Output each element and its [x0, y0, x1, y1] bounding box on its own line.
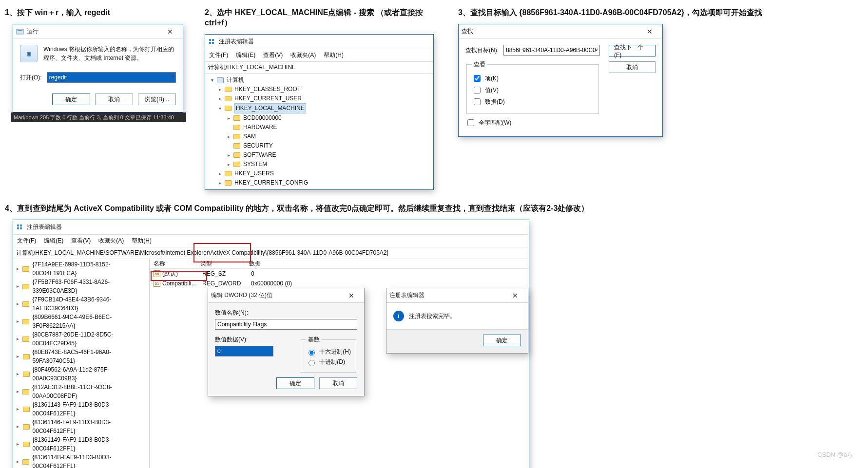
twisty-icon[interactable]: ▸ — [217, 169, 223, 178]
twisty-icon[interactable]: ▸ — [217, 94, 223, 103]
radio-dec-label: 十进制(D) — [319, 358, 345, 366]
tree-node-selected[interactable]: HKEY_LOCAL_MACHINE — [234, 103, 306, 113]
menu-view[interactable]: 查看(V) — [71, 237, 91, 245]
pc-icon — [217, 77, 224, 83]
tree-node[interactable]: ▸{7F5B7F63-F06F-4331-8A26-339E03C0AE3D} — [15, 278, 149, 295]
cancel-button[interactable]: 取消 — [95, 94, 133, 105]
menu-edit[interactable]: 编辑(E) — [44, 237, 63, 245]
tree-node[interactable]: ▸{7F9CB14D-48E4-43B6-9346-1AEBC39C64D3} — [15, 295, 149, 313]
menu-help[interactable]: 帮助(H) — [324, 51, 344, 59]
cancel-button[interactable]: 取消 — [319, 377, 357, 389]
tree-node[interactable]: ▸{812AE312-8B8E-11CF-93C8-00AA00C08FDF} — [15, 383, 149, 400]
twisty-icon[interactable]: ▸ — [15, 457, 20, 466]
tree-node[interactable]: BCD00000000 — [243, 113, 282, 123]
col-type[interactable]: 类型 — [196, 260, 245, 268]
tree-node[interactable]: SECURITY — [243, 141, 273, 150]
browse-button[interactable]: 浏览(B)... — [138, 94, 176, 105]
twisty-icon[interactable]: ▸ — [15, 264, 20, 273]
tree-node[interactable]: HKEY_CURRENT_USER — [234, 94, 302, 103]
status-strip: Markdown 205 字数 0 行数 当前行 3, 当前列 0 文章已保存 … — [11, 112, 186, 122]
twisty-icon[interactable]: ▸ — [15, 282, 20, 291]
twisty-icon[interactable]: ▸ — [217, 85, 223, 94]
close-icon[interactable]: ✕ — [342, 290, 361, 301]
chk-data[interactable] — [474, 98, 481, 105]
ok-button[interactable]: 确定 — [483, 335, 521, 346]
menu-fav[interactable]: 收藏夹(A) — [290, 51, 316, 59]
twisty-icon[interactable]: ▸ — [15, 352, 21, 361]
find-target-input[interactable] — [503, 45, 600, 56]
value-row[interactable]: ab (默认) REG_SZ 0 — [150, 269, 529, 279]
tree-node[interactable]: HKEY_CLASSES_ROOT — [234, 85, 301, 94]
twisty-icon[interactable]: ▸ — [15, 370, 21, 378]
menu-help[interactable]: 帮助(H) — [132, 237, 152, 245]
tree-node[interactable]: HKEY_USERS — [234, 169, 274, 178]
tree-node[interactable]: SOFTWARE — [243, 150, 276, 160]
chk-keys[interactable] — [474, 75, 481, 82]
chk-whole[interactable] — [467, 119, 474, 126]
tree-node-label: {7F5B7F63-F06F-4331-8A26-339E03C0AE3D} — [32, 278, 149, 295]
tree-node-label: {8136114B-FAF9-11D3-B0D3-00C04F612FF1} — [32, 453, 149, 468]
twisty-icon[interactable]: ▾ — [209, 75, 215, 85]
tree-node[interactable]: ▸{7F14A9EE-6989-11D5-8152-00C04F191FCA} — [15, 260, 149, 278]
twisty-icon[interactable]: ▸ — [15, 387, 20, 396]
registry-tree[interactable]: ▸{7F14A9EE-6989-11D5-8152-00C04F191FCA}▸… — [13, 259, 150, 468]
value-type: REG_DWORD — [198, 280, 247, 287]
twisty-icon[interactable]: ▸ — [226, 113, 231, 123]
twisty-icon[interactable]: ▸ — [226, 150, 231, 160]
ok-button[interactable]: 确定 — [52, 94, 90, 105]
tree-node[interactable]: ▸{809B6661-94C4-49E6-B6EC-3F0F862215AA} — [15, 313, 149, 330]
tree-root[interactable]: 计算机 — [227, 75, 244, 85]
menu-file[interactable]: 文件(F) — [209, 51, 228, 59]
twisty-icon[interactable]: ▸ — [15, 300, 20, 308]
tree-node-label: {80F49562-6A9A-11d2-875F-00A0C93C09B3} — [33, 365, 149, 383]
twisty-icon[interactable]: ▸ — [15, 440, 21, 449]
value-row[interactable]: 01 Compatibility F... REG_DWORD 0x000000… — [150, 279, 529, 288]
tree-node[interactable]: ▸{80F49562-6A9A-11d2-875F-00A0C93C09B3} — [15, 365, 149, 383]
address-bar[interactable]: 计算机\HKEY_LOCAL_MACHINE\SOFTWARE\Microsof… — [13, 247, 529, 259]
close-icon[interactable]: ✕ — [640, 26, 659, 37]
value-name-field — [215, 319, 357, 330]
folder-icon — [225, 106, 231, 111]
close-icon[interactable]: ✕ — [160, 26, 180, 37]
value-name-label: 数值名称(N): — [215, 309, 357, 317]
tree-node[interactable]: HARDWARE — [243, 123, 277, 132]
tree-node[interactable]: ▸{8136114B-FAF9-11D3-B0D3-00C04F612FF1} — [15, 453, 149, 468]
twisty-icon[interactable]: ▸ — [226, 160, 231, 169]
step4-title: 4、直到查到结尾为 ActiveX Compatibility 或者 COM C… — [5, 204, 863, 214]
menu-edit[interactable]: 编辑(E) — [236, 51, 255, 59]
twisty-icon[interactable]: ▸ — [15, 335, 20, 343]
ok-button[interactable]: 确定 — [276, 377, 314, 389]
radio-dec[interactable] — [309, 360, 315, 366]
address-bar[interactable]: 计算机\HKEY_LOCAL_MACHINE — [205, 61, 433, 74]
twisty-icon[interactable]: ▸ — [15, 405, 21, 413]
find-cancel-button[interactable]: 取消 — [609, 61, 656, 73]
twisty-icon[interactable]: ▸ — [15, 422, 21, 431]
radio-hex[interactable] — [309, 350, 315, 356]
close-icon[interactable]: ✕ — [505, 290, 525, 301]
tree-node[interactable]: ▸{81361149-FAF9-11D3-B0D3-00C04F612FF1} — [15, 435, 149, 453]
tree-node[interactable]: ▸{80E8743E-8AC5-46F1-96A0-59FA30740C51} — [15, 348, 149, 365]
col-data[interactable]: 数据 — [245, 260, 529, 268]
menu-file[interactable]: 文件(F) — [17, 237, 36, 245]
find-next-button[interactable]: 查找下一个(F) — [609, 45, 656, 56]
tree-node[interactable]: SAM — [243, 132, 256, 141]
open-input[interactable] — [47, 72, 176, 83]
menu-fav[interactable]: 收藏夹(A) — [98, 237, 124, 245]
col-name[interactable]: 名称 — [150, 260, 196, 268]
chk-values[interactable] — [474, 87, 481, 94]
tree-node[interactable]: ▸{81361143-FAF9-11D3-B0D3-00C04F612FF1} — [15, 400, 149, 418]
twisty-icon[interactable]: ▸ — [15, 317, 20, 326]
tree-node[interactable]: SYSTEM — [243, 160, 267, 169]
menu-view[interactable]: 查看(V) — [263, 51, 283, 59]
twisty-icon[interactable]: ▸ — [226, 132, 231, 141]
value-data-input[interactable] — [215, 346, 273, 356]
tree-node[interactable]: HKEY_CURRENT_CONFIG — [234, 178, 308, 187]
svg-rect-9 — [20, 227, 22, 229]
folder-icon — [23, 372, 30, 377]
tree-node[interactable]: ▸{81361146-FAF9-11D3-B0D3-00C04F612FF1} — [15, 418, 149, 435]
twisty-icon[interactable]: ▾ — [217, 104, 223, 113]
twisty-icon[interactable]: ▸ — [217, 178, 223, 187]
menu-bar: 文件(F) 编辑(E) 查看(V) 收藏夹(A) 帮助(H) — [205, 49, 433, 61]
value-name: (默认) — [162, 270, 198, 278]
tree-node[interactable]: ▸{80CB7887-20DE-11D2-8D5C-00C04FC29D45} — [15, 330, 149, 348]
